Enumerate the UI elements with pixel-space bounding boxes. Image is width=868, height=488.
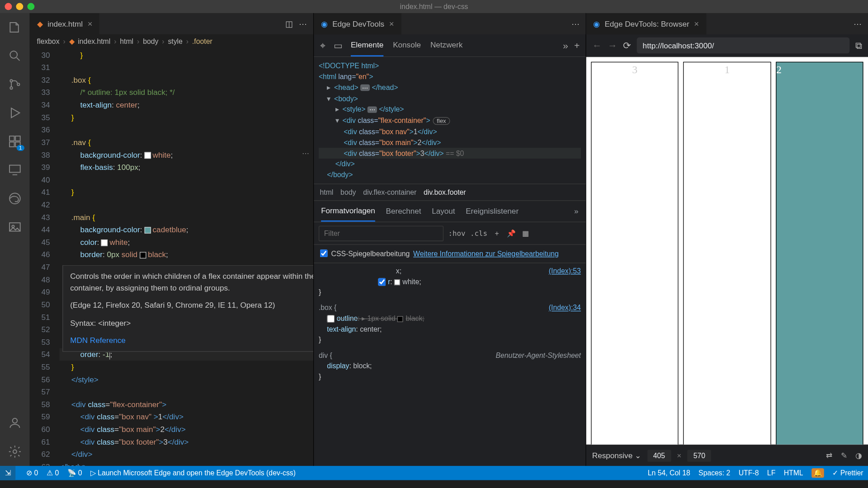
svg-point-2 [10, 87, 12, 89]
dom-tree[interactable]: <!DOCTYPE html> <html lang="en"> ▸<head>… [314, 57, 585, 184]
editor-panel: ◆ index.html × ◫ ⋯ flexbox› ◆index.html›… [30, 13, 314, 466]
svg-point-1 [10, 80, 12, 82]
errors-count[interactable]: ⊘ 0 [26, 469, 38, 477]
tab-index-html[interactable]: ◆ index.html × [30, 13, 99, 34]
close-icon[interactable]: × [88, 19, 93, 28]
split-editor-icon[interactable]: ◫ [285, 19, 293, 28]
settings-gear-icon[interactable] [6, 443, 23, 460]
remote-explorer-icon[interactable] [6, 162, 23, 178]
more-actions-icon[interactable]: ⋯ [571, 19, 580, 28]
chevron-right-icon[interactable]: » [563, 40, 568, 51]
styles-tab-formatvorlagen[interactable]: Formatvorlagen [321, 201, 375, 222]
svg-rect-8 [9, 165, 20, 173]
styles-tab-computed[interactable]: Berechnet [386, 202, 421, 221]
line-gutter: 3031323334353637383940414243444546474849… [30, 49, 60, 466]
close-icon[interactable]: × [389, 19, 394, 28]
close-icon[interactable]: × [694, 19, 699, 28]
more-actions-icon[interactable]: ⋯ [299, 19, 307, 28]
traffic-zoom[interactable] [27, 3, 34, 10]
devtools-tabbar: ◉ Edge DevTools × ⋯ [314, 13, 585, 34]
language-status[interactable]: HTML [784, 469, 803, 477]
browser-toolbar: ← → ⟳ http://localhost:3000/ ⧉ [586, 34, 868, 57]
eol-status[interactable]: LF [767, 469, 775, 477]
screenshot-icon[interactable]: ✎ [841, 451, 847, 460]
mdn-reference-link[interactable]: MDN Reference [70, 334, 313, 346]
image-icon[interactable] [6, 219, 23, 235]
plus-icon[interactable]: + [492, 229, 502, 237]
breadcrumb[interactable]: flexbox› ◆index.html› html› body› style›… [30, 34, 313, 49]
devtools-tab-network[interactable]: Netzwerk [430, 34, 462, 56]
css-mirror-checkbox[interactable] [320, 249, 328, 257]
url-bar[interactable]: http://localhost:3000/ [637, 38, 849, 54]
search-icon[interactable] [6, 47, 23, 64]
devtools-tab-console[interactable]: Konsole [393, 34, 421, 56]
remote-indicator[interactable]: ⇲ [0, 466, 15, 480]
svg-rect-5 [15, 136, 20, 141]
devtools-tab-elements[interactable]: Elemente [351, 34, 383, 56]
svg-rect-6 [9, 142, 14, 147]
warnings-count[interactable]: ⚠ 0 [47, 469, 59, 477]
notifications-icon[interactable]: 🔔 [811, 468, 824, 478]
css-mirror-row: CSS-Spiegelbearbeitung Weitere Informati… [314, 245, 585, 263]
traffic-minimize[interactable] [16, 3, 24, 10]
run-debug-icon[interactable] [6, 104, 23, 121]
pin-icon[interactable]: 📌 [506, 229, 516, 237]
render-box-nav: 1 [683, 62, 771, 445]
rotate-icon[interactable]: ⇄ [826, 451, 832, 460]
devtools-toolbar: ⌖ ▭ Elemente Konsole Netzwerk »+ [314, 34, 585, 57]
launch-edge-status[interactable]: ▷ Launch Microsoft Edge and open the Edg… [90, 469, 296, 477]
account-icon[interactable] [6, 415, 23, 432]
dom-path[interactable]: html body div.flex-container div.box.foo… [314, 184, 585, 201]
width-input[interactable]: 405 [647, 450, 671, 461]
device-toggle-icon[interactable]: ▭ [334, 40, 343, 51]
extensions-badge: 1 [17, 145, 24, 151]
encoding-status[interactable]: UTF-8 [739, 469, 759, 477]
chevron-down-icon: ⌄ [635, 451, 641, 460]
open-external-icon[interactable]: ⧉ [855, 40, 862, 51]
inspect-icon[interactable]: ⌖ [320, 40, 326, 51]
styles-pane[interactable]: (Index):53 x; r: white; } (Index):34 .bo… [314, 263, 585, 466]
edge-icon[interactable] [6, 190, 23, 207]
editor-tabbar: ◆ index.html × ◫ ⋯ [30, 13, 313, 34]
prettier-status[interactable]: ✓ Prettier [832, 469, 863, 477]
forward-icon[interactable]: → [608, 40, 617, 51]
traffic-close[interactable] [5, 3, 12, 10]
indent-status[interactable]: Spaces: 2 [698, 469, 730, 477]
hov-toggle[interactable]: :hov [448, 229, 466, 237]
plus-icon[interactable]: + [574, 40, 580, 51]
cls-toggle[interactable]: .cls [470, 229, 487, 237]
back-icon[interactable]: ← [592, 40, 602, 51]
browser-viewport[interactable]: 3 1 2 [586, 57, 868, 444]
emulate-vision-icon[interactable]: ◑ [855, 451, 862, 460]
svg-point-0 [10, 51, 17, 58]
box-model-icon[interactable]: ▦ [521, 229, 530, 237]
tab-edge-devtools[interactable]: ◉ Edge DevTools × [314, 13, 401, 34]
responsive-dropdown[interactable]: Responsive ⌄ [592, 451, 642, 460]
explorer-icon[interactable] [6, 19, 23, 36]
flex-badge[interactable]: flex [433, 117, 450, 125]
reload-icon[interactable]: ⟳ [623, 40, 631, 51]
svg-point-3 [17, 83, 19, 85]
chevron-right-icon[interactable]: » [574, 207, 579, 216]
cursor-position[interactable]: Ln 54, Col 18 [648, 469, 690, 477]
styles-filter-input[interactable] [319, 225, 443, 241]
mirror-info-link[interactable]: Weitere Informationen zur Spiegelbearbei… [413, 249, 559, 258]
source-link[interactable]: (Index):34 [549, 302, 581, 313]
tab-edge-browser[interactable]: ◉ Edge DevTools: Browser × [586, 13, 706, 34]
html-file-icon: ◆ [69, 38, 75, 46]
styles-tab-listeners[interactable]: Ereignislistener [466, 202, 519, 221]
styles-tab-layout[interactable]: Layout [432, 202, 455, 221]
extensions-icon[interactable]: 1 [6, 133, 23, 150]
render-box-footer: 3 [591, 62, 679, 445]
window-titlebar: index.html — dev-css [0, 0, 868, 13]
ports-count[interactable]: 📡 0 [67, 469, 82, 477]
source-control-icon[interactable] [6, 76, 23, 93]
source-link[interactable]: (Index):53 [549, 266, 581, 277]
code-editor[interactable]: 3031323334353637383940414243444546474849… [30, 49, 313, 466]
devtools-panel: ◉ Edge DevTools × ⋯ ⌖ ▭ Elemente Konsole… [314, 13, 586, 466]
device-toolbar: Responsive ⌄ 405 × 570 ⇄ ✎ ◑ [586, 445, 868, 466]
browser-tabbar: ◉ Edge DevTools: Browser × ⋯ [586, 13, 868, 34]
height-input[interactable]: 570 [688, 450, 712, 461]
more-actions-icon[interactable]: ⋯ [854, 19, 862, 28]
styles-filter-row: :hov .cls + 📌 ▦ [314, 222, 585, 245]
